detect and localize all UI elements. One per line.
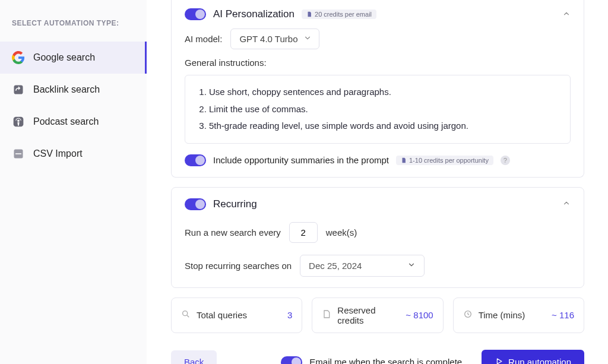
instructions-textarea[interactable]: Use short, choppy sentences and paragrap…: [185, 75, 571, 144]
recurring-title: Recurring: [213, 198, 257, 210]
ai-personalization-title: AI Personalization: [213, 8, 294, 20]
instruction-item: Use short, choppy sentences and paragrap…: [209, 84, 557, 101]
credits-badge: 20 credits per email: [302, 10, 376, 19]
ai-personalization-toggle[interactable]: [185, 8, 206, 20]
main-content: AI Personalization 20 credits per email …: [147, 0, 608, 364]
stat-queries-value: 3: [287, 310, 292, 320]
sidebar-item-csv-import[interactable]: CSV Import: [0, 138, 147, 170]
instructions-label: General instructions:: [185, 58, 267, 68]
stat-credits-value: ~ 8100: [406, 310, 433, 320]
sidebar-item-label: Google search: [33, 52, 95, 63]
ai-model-select[interactable]: GPT 4.0 Turbo: [230, 29, 319, 49]
footer-actions: Back Email me when the search is complet…: [171, 350, 584, 365]
csv-icon: [12, 147, 25, 160]
sidebar-item-backlink-search[interactable]: Backlink search: [0, 74, 147, 106]
instruction-item: 5th-grade reading level, use simple word…: [209, 118, 557, 135]
email-complete-toggle[interactable]: [281, 356, 302, 365]
chevron-down-icon: [407, 261, 416, 271]
run-every-input[interactable]: [289, 222, 318, 243]
stat-total-queries: Total queries 3: [171, 297, 302, 333]
summaries-label: Include opportunity summaries in the pro…: [213, 155, 389, 165]
collapse-icon[interactable]: [562, 199, 571, 209]
svg-rect-4: [15, 153, 21, 154]
play-icon: [495, 357, 504, 365]
stats-row: Total queries 3 Reserved credits ~ 8100 …: [171, 297, 584, 333]
summaries-toggle[interactable]: [185, 154, 206, 166]
help-icon[interactable]: ?: [501, 156, 510, 165]
run-every-unit: week(s): [326, 227, 357, 238]
clock-icon: [463, 309, 473, 321]
collapse-icon[interactable]: [562, 10, 571, 20]
sidebar-item-podcast-search[interactable]: Podcast search: [0, 106, 147, 138]
back-button[interactable]: Back: [171, 350, 217, 364]
sidebar-item-google-search[interactable]: Google search: [0, 42, 147, 74]
credits-icon: [322, 309, 331, 321]
sidebar: SELECT AUTOMATION TYPE: Google search Ba…: [0, 0, 147, 364]
svg-point-5: [183, 311, 188, 316]
backlink-icon: [12, 83, 25, 96]
recurring-toggle[interactable]: [185, 198, 206, 210]
stop-date-label: Stop recurring searches on: [185, 261, 292, 271]
summaries-credits-badge: 1-10 credits per opportunity: [396, 156, 493, 165]
run-automation-button[interactable]: Run automation: [482, 350, 584, 365]
podcast-icon: [12, 115, 25, 128]
google-icon: [12, 51, 25, 64]
stat-time-value: ~ 116: [552, 310, 574, 320]
sidebar-title: SELECT AUTOMATION TYPE:: [0, 19, 147, 42]
sidebar-item-label: Backlink search: [33, 84, 100, 95]
stat-reserved-credits: Reserved credits ~ 8100: [312, 297, 443, 333]
chevron-down-icon: [303, 34, 312, 44]
ai-personalization-card: AI Personalization 20 credits per email …: [171, 0, 584, 178]
instruction-item: Limit the use of commas.: [209, 101, 557, 118]
sidebar-item-label: Podcast search: [33, 116, 99, 127]
email-complete-label: Email me when the search is complete: [309, 357, 462, 364]
search-icon: [181, 309, 191, 321]
svg-point-2: [17, 120, 20, 122]
recurring-card: Recurring Run a new search every week(s)…: [171, 187, 584, 288]
stop-date-select[interactable]: Dec 25, 2024: [300, 255, 425, 277]
stat-time: Time (mins) ~ 116: [453, 297, 584, 333]
ai-model-label: AI model:: [185, 34, 222, 44]
run-every-label-prefix: Run a new search every: [185, 227, 281, 238]
sidebar-item-label: CSV Import: [33, 148, 83, 159]
